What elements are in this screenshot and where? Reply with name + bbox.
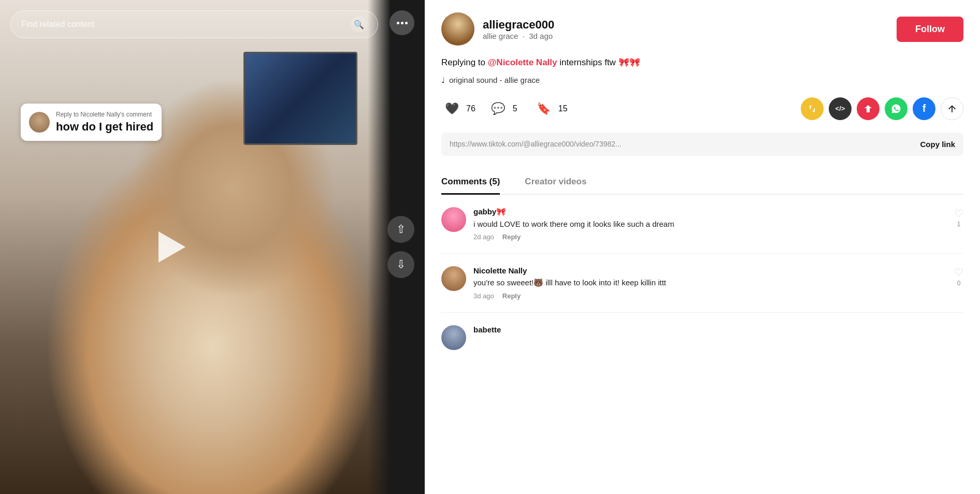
comment-meta: 2d ago Reply — [473, 233, 947, 241]
creator-info: alliegrace000 allie grace · 3d ago — [483, 18, 897, 40]
comment-body-nicolette: Nicolette Nally you're so sweeet!🐻 illl … — [473, 266, 947, 300]
comment-time: 3d ago — [473, 292, 494, 300]
comment-meta: 3d ago Reply — [473, 292, 947, 300]
bubble-main-text: how do I get hired — [56, 120, 153, 134]
comment-divider — [441, 253, 963, 254]
video-description: Replying to @Nicolette Nally internships… — [441, 56, 963, 69]
play-icon — [158, 231, 185, 263]
sound-text: original sound - allie grace — [449, 76, 540, 84]
facebook-share-button[interactable]: f — [913, 97, 935, 120]
nav-arrows: ⇧ ⇩ — [387, 216, 414, 278]
save-button[interactable]: 🔖 — [534, 98, 554, 119]
comment-item: Nicolette Nally you're so sweeet!🐻 illl … — [441, 266, 963, 300]
comment-like-group: ♡ 0 — [954, 266, 963, 287]
next-video-button[interactable]: ⇩ — [387, 251, 414, 278]
comment-like-group: ♡ 1 — [954, 207, 963, 228]
background-monitor — [243, 52, 357, 145]
share-alert-button[interactable] — [857, 97, 880, 120]
three-dots-icon — [397, 22, 408, 24]
creator-username: alliegrace000 — [483, 18, 897, 32]
desc-mention[interactable]: @Nicolette Nally — [488, 57, 557, 67]
comment-count: 5 — [513, 104, 521, 113]
whatsapp-share-button[interactable] — [885, 97, 907, 120]
more-options-button[interactable] — [390, 10, 414, 35]
prev-video-button[interactable]: ⇧ — [387, 216, 414, 243]
share-icons: </> f — [801, 97, 963, 120]
play-button[interactable] — [149, 226, 191, 268]
save-count: 15 — [558, 104, 568, 113]
comment-avatar-babette — [441, 325, 466, 350]
saves-group: 🔖 15 — [534, 98, 568, 119]
comment-avatar-nicolette — [441, 266, 466, 291]
creator-header: alliegrace000 allie grace · 3d ago Follo… — [441, 12, 963, 46]
tab-comments[interactable]: Comments (5) — [441, 170, 500, 195]
copy-link-button[interactable]: Copy link — [920, 140, 955, 149]
desc-prefix: Replying to — [441, 57, 488, 67]
comment-body-gabby: gabby🎀 i would LOVE to work there omg it… — [473, 207, 947, 241]
embed-icon: </> — [835, 105, 845, 112]
actions-row: 🖤 76 💬 5 🔖 15 </> f — [441, 97, 963, 120]
comment-username: gabby🎀 — [473, 207, 947, 216]
tabs-row: Comments (5) Creator videos — [441, 170, 963, 195]
search-bar[interactable]: Find related content 🔍 — [10, 10, 378, 38]
comment-username: Nicolette Nally — [473, 266, 947, 275]
search-icon[interactable]: 🔍 — [351, 16, 367, 33]
bubble-reply-label: Reply to Nicolette Nally's comment — [56, 111, 153, 118]
comment-bubble: Reply to Nicolette Nally's comment how d… — [21, 104, 162, 141]
repost-button[interactable] — [801, 97, 824, 120]
video-url: https://www.tiktok.com/@alliegrace000/vi… — [450, 140, 914, 148]
desc-suffix: internships ftw 🎀🎀 — [557, 57, 640, 67]
reply-button[interactable]: Reply — [502, 233, 521, 241]
more-share-button[interactable] — [941, 97, 963, 120]
info-panel: alliegrace000 allie grace · 3d ago Follo… — [425, 0, 980, 494]
like-count: 76 — [466, 104, 475, 113]
comment-item: gabby🎀 i would LOVE to work there omg it… — [441, 207, 963, 241]
comment-like-count: 0 — [957, 280, 961, 287]
comment-avatar-gabby — [441, 207, 466, 232]
comment-like-count: 1 — [957, 221, 961, 228]
comment-username: babette — [473, 325, 963, 334]
facebook-icon: f — [923, 103, 926, 114]
music-icon: ♩ — [441, 76, 445, 85]
comment-item: babette — [441, 325, 963, 350]
comment-text: you're so sweeet!🐻 illl have to look int… — [473, 277, 947, 289]
search-placeholder: Find related content — [21, 20, 94, 29]
video-person — [0, 0, 425, 494]
embed-button[interactable]: </> — [829, 97, 852, 120]
heart-icon[interactable]: ♡ — [954, 207, 963, 220]
tab-creator-videos[interactable]: Creator videos — [525, 170, 586, 195]
comments-group: 💬 5 — [488, 98, 521, 119]
comment-button[interactable]: 💬 — [488, 98, 509, 119]
comment-divider — [441, 312, 963, 313]
sound-line: ♩ original sound - allie grace — [441, 76, 963, 85]
comment-body-babette: babette — [473, 325, 963, 336]
like-button[interactable]: 🖤 — [441, 98, 462, 119]
follow-button[interactable]: Follow — [897, 17, 963, 42]
creator-avatar — [441, 12, 474, 46]
bubble-avatar — [29, 112, 50, 133]
comment-text: i would LOVE to work there omg it looks … — [473, 219, 947, 230]
link-bar: https://www.tiktok.com/@alliegrace000/vi… — [441, 133, 963, 156]
heart-icon[interactable]: ♡ — [954, 266, 963, 279]
creator-subline: allie grace · 3d ago — [483, 32, 897, 40]
video-panel: Find related content 🔍 Reply to Nicolett… — [0, 0, 425, 494]
creator-display-name: allie grace — [483, 32, 518, 40]
creator-time-ago: 3d ago — [529, 32, 553, 40]
bubble-text: Reply to Nicolette Nally's comment how d… — [56, 111, 153, 134]
reply-button[interactable]: Reply — [502, 292, 521, 300]
video-background: Find related content 🔍 Reply to Nicolett… — [0, 0, 425, 494]
likes-group: 🖤 76 — [441, 98, 475, 119]
comment-time: 2d ago — [473, 233, 494, 241]
